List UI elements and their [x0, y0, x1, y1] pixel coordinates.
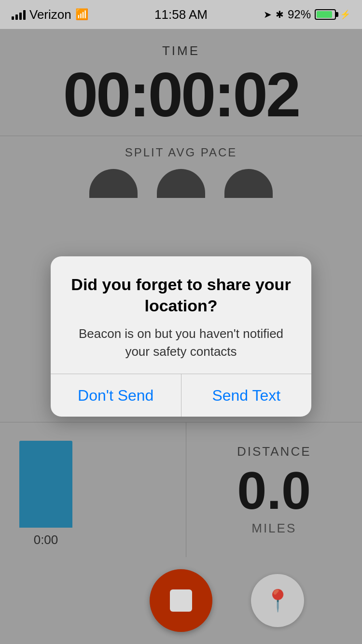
wifi-icon: 📶	[75, 8, 88, 21]
location-arrow-icon: ➤	[264, 9, 272, 20]
modal-content: Did you forget to share your location? B…	[51, 256, 311, 374]
carrier-label: Verizon	[29, 7, 71, 22]
status-time: 11:58 AM	[154, 7, 208, 22]
modal-actions: Don't Send Send Text	[51, 374, 311, 417]
modal-overlay: Did you forget to share your location? B…	[0, 29, 362, 644]
status-left: Verizon 📶	[12, 7, 88, 22]
app-background: TIME 00:00:02 SPLIT AVG PACE Did you for…	[0, 29, 362, 644]
send-text-button[interactable]: Send Text	[181, 374, 312, 417]
bluetooth-icon: ✱	[276, 9, 284, 20]
status-bar: Verizon 📶 11:58 AM ➤ ✱ 92% ⚡	[0, 0, 362, 29]
battery-icon	[315, 9, 336, 20]
charging-icon: ⚡	[340, 9, 350, 20]
modal-title: Did you forget to share your location?	[70, 274, 292, 316]
alert-modal: Did you forget to share your location? B…	[51, 256, 311, 417]
dont-send-button[interactable]: Don't Send	[51, 374, 181, 417]
status-right: ➤ ✱ 92% ⚡	[264, 8, 350, 21]
modal-message: Beacon is on but you haven't notified yo…	[70, 325, 292, 360]
battery-pct-label: 92%	[288, 8, 311, 21]
signal-icon	[12, 9, 26, 20]
